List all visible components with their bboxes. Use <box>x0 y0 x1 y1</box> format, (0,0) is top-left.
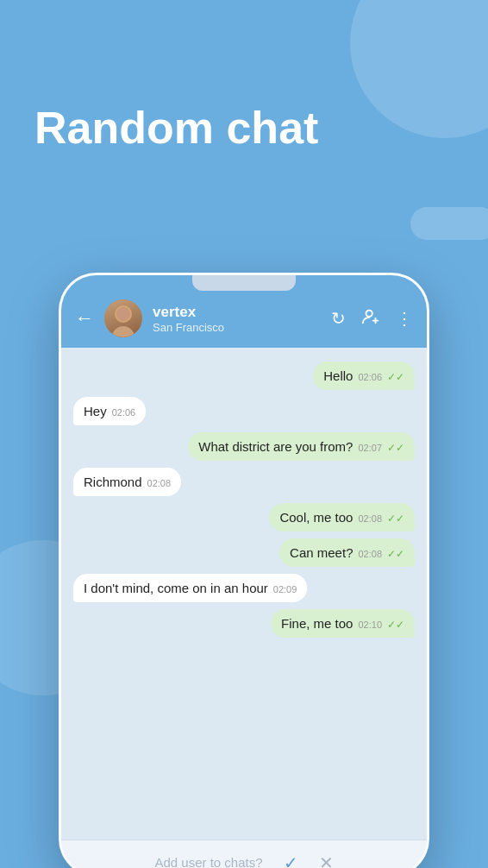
message-row: Cool, me too02:08✓✓ <box>73 503 415 531</box>
message-ticks: ✓✓ <box>387 513 404 525</box>
phone-frame: ← vertex San Francisco ↻ <box>59 273 429 868</box>
svg-point-3 <box>366 310 372 316</box>
add-user-icon[interactable] <box>361 307 380 330</box>
message-time: 02:08 <box>358 549 382 559</box>
message-ticks: ✓✓ <box>387 442 404 454</box>
svg-point-0 <box>112 326 135 337</box>
message-bubble: What district are you from?02:07✓✓ <box>188 432 415 461</box>
refresh-icon[interactable]: ↻ <box>331 308 346 329</box>
message-text: Hello <box>323 368 353 383</box>
bg-pill-right <box>410 207 488 240</box>
message-ticks: ✓✓ <box>387 548 404 560</box>
phone-wrapper: ← vertex San Francisco ↻ <box>59 273 429 868</box>
message-ticks: ✓✓ <box>387 619 404 631</box>
message-ticks: ✓✓ <box>387 371 404 383</box>
message-row: What district are you from?02:07✓✓ <box>73 432 415 461</box>
avatar <box>104 299 142 337</box>
header-username: vertex <box>153 304 321 321</box>
message-time: 02:06 <box>112 407 136 418</box>
message-text: Richmond <box>84 475 142 489</box>
message-row: Hello02:06✓✓ <box>73 362 415 390</box>
message-bubble: Cool, me too02:08✓✓ <box>269 503 415 531</box>
message-row: Can meet?02:08✓✓ <box>73 538 415 567</box>
avatar-image <box>104 299 142 337</box>
chat-body: Hello02:06✓✓Hey02:06What district are yo… <box>61 348 427 840</box>
header-actions: ↻ ⋮ <box>331 307 413 330</box>
message-row: Fine, me too02:10✓✓ <box>73 609 415 638</box>
message-time: 02:08 <box>358 513 382 524</box>
message-row: I don't mind, come on in an hour02:09 <box>73 574 415 602</box>
confirm-add-button[interactable]: ✓ <box>284 852 298 869</box>
cancel-add-button[interactable]: ✕ <box>319 852 334 869</box>
message-text: I don't mind, come on in an hour <box>84 581 268 595</box>
message-row: Richmond02:08 <box>73 468 415 496</box>
message-bubble: Richmond02:08 <box>73 468 181 496</box>
message-row: Hey02:06 <box>73 397 415 425</box>
message-time: 02:09 <box>273 584 297 594</box>
message-time: 02:08 <box>147 478 172 488</box>
message-text: Can meet? <box>290 545 353 560</box>
message-bubble: Hello02:06✓✓ <box>313 362 415 390</box>
message-bubble: I don't mind, come on in an hour02:09 <box>73 574 307 602</box>
message-bubble: Hey02:06 <box>73 397 146 425</box>
message-time: 02:07 <box>358 443 382 453</box>
chat-bottom-bar: Add user to chats? ✓ ✕ <box>61 840 427 868</box>
add-user-prompt: Add user to chats? <box>154 855 262 868</box>
message-time: 02:10 <box>358 620 382 630</box>
phone-notch <box>192 275 296 291</box>
message-text: Fine, me too <box>281 616 353 631</box>
header-location: San Francisco <box>153 321 321 334</box>
message-text: What district are you from? <box>198 439 353 454</box>
more-options-icon[interactable]: ⋮ <box>396 308 413 329</box>
page-title: Random chat <box>34 104 318 153</box>
header-info: vertex San Francisco <box>153 304 321 334</box>
message-text: Hey <box>84 404 107 418</box>
message-bubble: Fine, me too02:10✓✓ <box>271 609 415 638</box>
message-time: 02:06 <box>358 372 382 382</box>
bg-circle-top-right <box>350 0 488 138</box>
svg-point-2 <box>116 307 130 321</box>
back-button[interactable]: ← <box>75 307 94 330</box>
message-text: Cool, me too <box>279 510 353 525</box>
message-bubble: Can meet?02:08✓✓ <box>279 538 415 567</box>
